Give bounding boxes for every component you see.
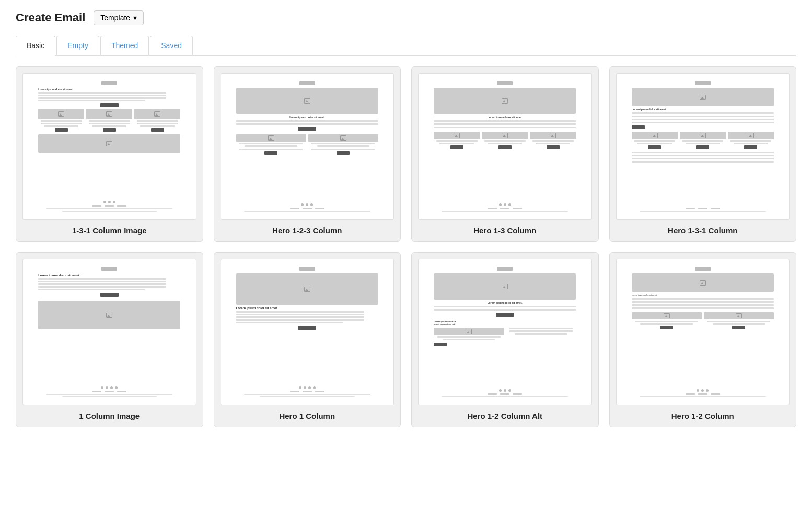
tab-empty[interactable]: Empty <box>56 36 99 55</box>
template-label: Hero 1-2 Column Alt <box>418 412 592 420</box>
template-card-1-col-image[interactable]: Lorem ipsum dolor sit amet. <box>16 252 203 427</box>
template-button[interactable]: Template ▾ <box>94 10 144 25</box>
template-card-1-3-1-col-image[interactable]: Lorem ipsum dolor sit amet. <box>16 66 203 242</box>
template-card-hero-1-3-col[interactable]: Lorem ipsum dolor sit amet. <box>411 66 599 242</box>
template-preview-1-3-1: Lorem ipsum dolor sit amet. <box>22 73 196 220</box>
chevron-down-icon: ▾ <box>133 14 137 22</box>
tab-saved[interactable]: Saved <box>150 36 193 55</box>
tab-basic[interactable]: Basic <box>16 36 55 56</box>
template-preview-hero-1-2-alt: Lorem ipsum dolor sit amet. Lorem ipsum … <box>418 259 592 405</box>
template-label: Hero 1-2 Column <box>616 412 790 420</box>
template-btn-label: Template <box>100 14 130 22</box>
tab-bar: Basic Empty Themed Saved <box>16 36 796 56</box>
page-header: Create Email Template ▾ <box>16 10 796 25</box>
template-label: 1-3-1 Column Image <box>22 226 196 235</box>
template-preview-hero-1: Lorem ipsum dolor sit amet. <box>221 259 395 405</box>
template-card-hero-1-2-col-alt[interactable]: Lorem ipsum dolor sit amet. Lorem ipsum … <box>411 252 599 427</box>
template-preview-1-col-image: Lorem ipsum dolor sit amet. <box>22 259 196 405</box>
template-label: 1 Column Image <box>22 412 196 420</box>
template-label: Hero 1-3 Column <box>418 226 592 235</box>
template-grid: Lorem ipsum dolor sit amet. <box>16 66 796 427</box>
template-label: Hero 1-3-1 Column <box>616 226 790 235</box>
template-card-hero-1-2-col[interactable]: Lorem ipsum dolor sit amet <box>609 252 797 427</box>
page-title: Create Email <box>16 11 85 25</box>
template-card-hero-1-2-3-col[interactable]: Lorem ipsum dolor sit amet. <box>214 66 401 242</box>
template-preview-hero-1-3-1: Lorem ipsum dolor sit amet <box>616 73 790 220</box>
template-card-hero-1-3-1-col[interactable]: Lorem ipsum dolor sit amet <box>609 66 797 242</box>
template-preview-hero-1-3: Lorem ipsum dolor sit amet. <box>418 73 592 220</box>
template-preview-hero-1-2-3: Lorem ipsum dolor sit amet. <box>221 73 395 220</box>
template-card-hero-1-col[interactable]: Lorem ipsum dolor sit amet. <box>214 252 401 427</box>
template-preview-hero-1-2: Lorem ipsum dolor sit amet <box>616 259 790 405</box>
template-label: Hero 1 Column <box>221 412 395 420</box>
template-label: Hero 1-2-3 Column <box>221 226 395 235</box>
tab-themed[interactable]: Themed <box>100 36 149 55</box>
